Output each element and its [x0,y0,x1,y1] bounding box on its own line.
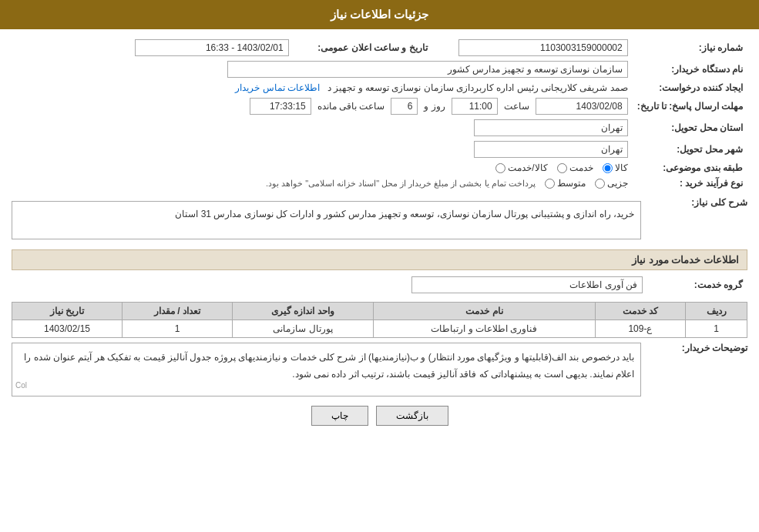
table-cell-0: 1 [686,320,747,338]
eeijadKonande-value: صمد شریفی کلاریجانی رئیس اداره کاربردازی… [327,82,628,93]
action-buttons: بازگشت چاپ [12,406,747,426]
tabaghe-label: طبقه بندی موضوعی: [633,160,747,176]
taarikh-elan-label: تاریخ و ساعت اعلان عمومی: [294,37,432,59]
sharhKolli-label: شرح کلی نیاز: [647,197,747,208]
table-cell-5: 1403/02/15 [12,320,123,338]
radio-khedmat-label: خدمت [569,162,593,173]
radio-kala-khedmat-input[interactable] [495,163,505,173]
back-button[interactable]: بازگشت [376,406,448,426]
sharhKolli-section: شرح کلی نیاز: خرید، راه اندازی و پشتیبان… [12,197,747,243]
col-nam: نام خدمت [374,303,596,320]
radio-motevaset-input[interactable] [545,179,555,189]
tavazihat-section: توضیحات خریدار: باید درخصوص بند الف(قابل… [12,343,747,396]
shomareNiaz-value: 1103003159000002 [458,39,628,56]
baghimande-label: ساعت باقی مانده [317,101,385,112]
noeFarayand-label: نوع فرآیند خرید : [633,176,747,191]
page-container: جزئیات اطلاعات نیاز شماره نیاز: 11030031… [0,0,759,532]
services-grid: ردیف کد خدمت نام خدمت واحد اندازه گیری ت… [12,302,747,338]
eeijadKonande-link[interactable]: اطلاعات تماس خریدار [235,82,320,93]
ostan-label: استان محل تحویل: [633,117,747,139]
noeFarayand-desc: پرداخت تمام یا بخشی از مبلغ خریدار از مح… [266,179,536,189]
col-text: Col [15,379,27,393]
gorohe-section: گروه خدمت: فن آوری اطلاعات [12,274,747,296]
radio-kala-khedmat[interactable]: کالا/خدمت [495,162,547,173]
table-cell-1: ع-109 [595,320,686,338]
radio-kala-khedmat-label: کالا/خدمت [508,162,547,173]
radio-jozee[interactable]: جزیی [595,178,628,189]
col-kod: کد خدمت [595,303,686,320]
table-cell-3: پورتال سازمانی [232,320,373,338]
radio-khedmat-input[interactable] [557,163,567,173]
main-content: شماره نیاز: 1103003159000002 تاریخ و ساع… [0,29,759,441]
radio-kala-input[interactable] [603,163,613,173]
radio-khedmat[interactable]: خدمت [557,162,593,173]
deadline-row: 1403/02/08 ساعت 11:00 روز و 6 ساعت باقی … [16,98,628,115]
shomareNiaz-label: شماره نیاز: [633,37,747,59]
noeFarayand-radio-group: جزیی متوسط پرداخت تمام یا بخشی از مبلغ خ… [266,178,628,189]
baghimande-value: 17:33:15 [250,98,311,115]
tavazihat-label: توضیحات خریدار: [647,343,747,353]
deadline-saat: 11:00 [452,98,498,115]
deadline-rooz: 6 [391,98,418,115]
page-title: جزئیات اطلاعات نیاز [331,8,428,21]
table-cell-2: فناوری اطلاعات و ارتباطات [374,320,596,338]
radio-kala-label: کالا [615,162,628,173]
radio-kala[interactable]: کالا [603,162,628,173]
col-radif: ردیف [686,303,747,320]
radio-motevaset-label: متوسط [557,178,586,189]
tavazihat-value: باید درخصوص بند الف(قابلیتها و ویژگیهای … [12,343,641,396]
namDastgah-value: سازمان نوسازی توسعه و تجهیز مدارس کشور [227,61,628,78]
table-row: 1ع-109فناوری اطلاعات و ارتباطاتپورتال سا… [12,320,747,338]
radio-motevaset[interactable]: متوسط [545,178,586,189]
table-cell-4: 1 [123,320,233,338]
taarikh-elan-value: 1403/02/01 - 16:33 [135,39,289,56]
col-tedad: تعداد / مقدار [123,303,233,320]
rooz-label: روز و [424,101,445,112]
goroheKhadamat-label: گروه خدمت: [647,274,747,296]
saat-label: ساعت [504,101,529,112]
page-header: جزئیات اطلاعات نیاز [0,0,759,29]
shahr-label: شهر محل تحویل: [633,139,747,160]
col-vahed: واحد اندازه گیری [232,303,373,320]
goroheKhadamat-value: فن آوری اطلاعات [411,276,643,293]
col-tarikh: تاریخ نیاز [12,303,123,320]
shahr-value: تهران [474,141,628,158]
eeijadKonande-label: ایجاد کننده درخواست: [633,80,747,95]
radio-jozee-label: جزیی [607,178,628,189]
etelaat-header: اطلاعات خدمات مورد نیاز [12,249,747,270]
namDastgah-label: نام دستگاه خریدار: [633,59,747,80]
info-section: شماره نیاز: 1103003159000002 تاریخ و ساع… [12,37,747,191]
ostan-value: تهران [474,119,628,136]
tabaghe-radio-group: کالا خدمت کالا/خدمت [495,162,627,173]
radio-jozee-input[interactable] [595,179,605,189]
deadline-date: 1403/02/08 [536,98,628,115]
sharhKolli-value: خرید، راه اندازی و پشتیبانی پورتال سازما… [12,201,641,239]
mohlatPasokh-label: مهلت ارسال پاسخ: تا تاریخ: [633,95,747,117]
print-button[interactable]: چاپ [311,406,368,426]
tavazihat-text: باید درخصوص بند الف(قابلیتها و ویژگیهای … [24,352,634,380]
